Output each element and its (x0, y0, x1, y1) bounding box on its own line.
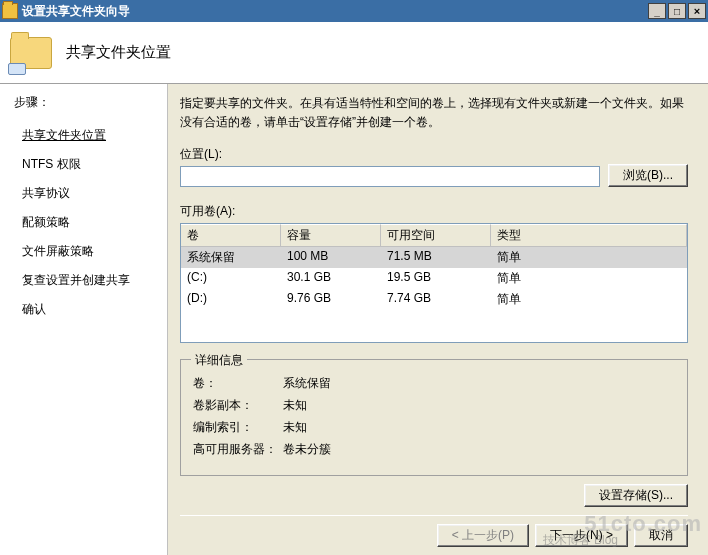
wizard-body: 步骤： 共享文件夹位置NTFS 权限共享协议配额策略文件屏蔽策略复查设置并创建共… (0, 84, 708, 555)
volumes-header: 卷 容量 可用空间 类型 (181, 224, 687, 247)
set-storage-button[interactable]: 设置存储(S)... (584, 484, 688, 507)
maximize-button[interactable]: □ (668, 3, 686, 19)
steps-sidebar: 步骤： 共享文件夹位置NTFS 权限共享协议配额策略文件屏蔽策略复查设置并创建共… (0, 84, 168, 555)
col-capacity[interactable]: 容量 (281, 224, 381, 247)
detail-label: 卷影副本： (193, 397, 283, 414)
close-button[interactable]: × (688, 3, 706, 19)
volume-cell: 7.74 GB (381, 289, 491, 310)
location-row: 位置(L): 浏览(B)... (180, 146, 688, 187)
detail-value: 未知 (283, 419, 307, 436)
window-buttons: _ □ × (646, 3, 706, 19)
detail-row: 编制索引：未知 (193, 419, 675, 436)
volume-cell: 19.5 GB (381, 268, 491, 289)
detail-label: 卷： (193, 375, 283, 392)
details-group: 详细信息 卷：系统保留卷影副本：未知编制索引：未知高可用服务器：卷未分簇 (180, 359, 688, 476)
col-free[interactable]: 可用空间 (381, 224, 491, 247)
step-item[interactable]: NTFS 权限 (14, 150, 167, 179)
window-title: 设置共享文件夹向导 (22, 3, 646, 20)
titlebar: 设置共享文件夹向导 _ □ × (0, 0, 708, 22)
step-item[interactable]: 复查设置并创建共享 (14, 266, 167, 295)
wizard-header: 共享文件夹位置 (0, 22, 708, 84)
volume-cell: 100 MB (281, 247, 381, 268)
detail-value: 卷未分簇 (283, 441, 331, 458)
page-title: 共享文件夹位置 (66, 43, 171, 62)
steps-heading: 步骤： (14, 94, 167, 111)
col-name[interactable]: 卷 (181, 224, 281, 247)
detail-value: 未知 (283, 397, 307, 414)
volume-row[interactable]: (D:)9.76 GB7.74 GB简单 (181, 289, 687, 310)
detail-value: 系统保留 (283, 375, 331, 392)
volume-cell: (D:) (181, 289, 281, 310)
detail-row: 高可用服务器：卷未分簇 (193, 441, 675, 458)
detail-row: 卷：系统保留 (193, 375, 675, 392)
volume-cell: (C:) (181, 268, 281, 289)
volumes-list[interactable]: 卷 容量 可用空间 类型 系统保留100 MB71.5 MB简单(C:)30.1… (180, 223, 688, 343)
step-item[interactable]: 配额策略 (14, 208, 167, 237)
separator (180, 515, 688, 516)
main-panel: 指定要共享的文件夹。在具有适当特性和空间的卷上，选择现有文件夹或新建一个文件夹。… (168, 84, 708, 555)
footer-buttons: < 上一步(P) 下一步(N) > 取消 (180, 524, 688, 547)
prev-button[interactable]: < 上一步(P) (437, 524, 529, 547)
folder-icon (10, 33, 56, 73)
volume-cell: 系统保留 (181, 247, 281, 268)
next-button[interactable]: 下一步(N) > (535, 524, 628, 547)
step-item[interactable]: 共享协议 (14, 179, 167, 208)
volume-cell: 9.76 GB (281, 289, 381, 310)
volume-cell: 简单 (491, 289, 687, 310)
instructions-text: 指定要共享的文件夹。在具有适当特性和空间的卷上，选择现有文件夹或新建一个文件夹。… (180, 94, 688, 132)
volume-cell: 简单 (491, 268, 687, 289)
step-item[interactable]: 共享文件夹位置 (14, 121, 167, 150)
detail-label: 高可用服务器： (193, 441, 283, 458)
location-label: 位置(L): (180, 146, 600, 163)
volume-row[interactable]: (C:)30.1 GB19.5 GB简单 (181, 268, 687, 289)
volume-cell: 简单 (491, 247, 687, 268)
step-item[interactable]: 文件屏蔽策略 (14, 237, 167, 266)
location-input[interactable] (180, 166, 600, 187)
volume-cell: 71.5 MB (381, 247, 491, 268)
step-item[interactable]: 确认 (14, 295, 167, 324)
browse-button[interactable]: 浏览(B)... (608, 164, 688, 187)
minimize-button[interactable]: _ (648, 3, 666, 19)
volume-row[interactable]: 系统保留100 MB71.5 MB简单 (181, 247, 687, 268)
detail-label: 编制索引： (193, 419, 283, 436)
details-legend: 详细信息 (191, 352, 247, 369)
app-icon (2, 3, 18, 19)
col-type[interactable]: 类型 (491, 224, 687, 247)
volume-cell: 30.1 GB (281, 268, 381, 289)
volumes-label: 可用卷(A): (180, 203, 688, 220)
cancel-button[interactable]: 取消 (634, 524, 688, 547)
detail-row: 卷影副本：未知 (193, 397, 675, 414)
